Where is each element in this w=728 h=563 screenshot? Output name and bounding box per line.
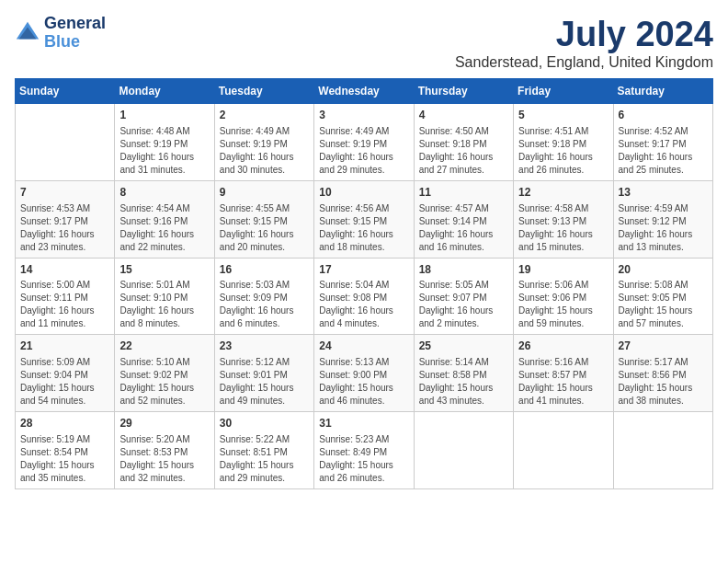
- day-info: Sunrise: 5:20 AMSunset: 8:53 PMDaylight:…: [119, 433, 209, 485]
- calendar-cell: 19Sunrise: 5:06 AMSunset: 9:06 PMDayligh…: [514, 258, 613, 335]
- header-cell-thursday: Thursday: [414, 79, 513, 104]
- day-number: 8: [119, 185, 209, 201]
- calendar-cell: [16, 104, 115, 181]
- day-number: 20: [619, 262, 708, 278]
- day-info: Sunrise: 4:49 AMSunset: 9:19 PMDaylight:…: [220, 125, 309, 177]
- calendar-cell: 24Sunrise: 5:13 AMSunset: 9:00 PMDayligh…: [314, 335, 414, 412]
- calendar-cell: 3Sunrise: 4:49 AMSunset: 9:19 PMDaylight…: [314, 104, 414, 181]
- day-info: Sunrise: 4:53 AMSunset: 9:17 PMDaylight:…: [20, 202, 109, 254]
- calendar-cell: 31Sunrise: 5:23 AMSunset: 8:49 PMDayligh…: [314, 412, 414, 489]
- calendar-cell: [613, 412, 712, 489]
- day-number: 5: [518, 108, 608, 123]
- day-number: 25: [419, 339, 508, 354]
- calendar-cell: [514, 412, 613, 489]
- day-number: 23: [220, 339, 309, 354]
- day-info: Sunrise: 5:03 AMSunset: 9:09 PMDaylight:…: [220, 279, 309, 330]
- day-number: 9: [220, 185, 309, 201]
- day-info: Sunrise: 5:01 AMSunset: 9:10 PMDaylight:…: [119, 279, 209, 330]
- day-info: Sunrise: 4:59 AMSunset: 9:12 PMDaylight:…: [619, 202, 708, 254]
- calendar-week-1: 1Sunrise: 4:48 AMSunset: 9:19 PMDaylight…: [16, 104, 713, 181]
- day-info: Sunrise: 5:22 AMSunset: 8:51 PMDaylight:…: [220, 433, 309, 485]
- calendar-cell: 13Sunrise: 4:59 AMSunset: 9:12 PMDayligh…: [613, 180, 712, 258]
- day-number: 11: [419, 185, 508, 201]
- day-info: Sunrise: 4:50 AMSunset: 9:18 PMDaylight:…: [419, 125, 508, 177]
- calendar-table: SundayMondayTuesdayWednesdayThursdayFrid…: [15, 78, 713, 489]
- header-row: SundayMondayTuesdayWednesdayThursdayFrid…: [16, 79, 713, 104]
- calendar-cell: 26Sunrise: 5:16 AMSunset: 8:57 PMDayligh…: [514, 335, 613, 412]
- day-number: 17: [319, 262, 408, 278]
- calendar-cell: 30Sunrise: 5:22 AMSunset: 8:51 PMDayligh…: [214, 412, 313, 489]
- calendar-cell: 22Sunrise: 5:10 AMSunset: 9:02 PMDayligh…: [115, 335, 214, 412]
- calendar-cell: 20Sunrise: 5:08 AMSunset: 9:05 PMDayligh…: [613, 258, 712, 335]
- calendar-cell: [414, 412, 513, 489]
- day-info: Sunrise: 4:52 AMSunset: 9:17 PMDaylight:…: [619, 125, 708, 177]
- day-info: Sunrise: 5:23 AMSunset: 8:49 PMDaylight:…: [319, 433, 408, 485]
- day-info: Sunrise: 5:12 AMSunset: 9:01 PMDaylight:…: [220, 356, 309, 408]
- day-number: 30: [220, 416, 309, 431]
- calendar-cell: 17Sunrise: 5:04 AMSunset: 9:08 PMDayligh…: [314, 258, 414, 335]
- calendar-cell: 27Sunrise: 5:17 AMSunset: 8:56 PMDayligh…: [613, 335, 712, 412]
- calendar-cell: 15Sunrise: 5:01 AMSunset: 9:10 PMDayligh…: [115, 258, 214, 335]
- calendar-cell: 16Sunrise: 5:03 AMSunset: 9:09 PMDayligh…: [214, 258, 313, 335]
- day-info: Sunrise: 5:16 AMSunset: 8:57 PMDaylight:…: [518, 356, 608, 408]
- calendar-header: SundayMondayTuesdayWednesdayThursdayFrid…: [16, 79, 713, 104]
- day-number: 21: [20, 339, 109, 354]
- header: General Blue July 2024 Sanderstead, Engl…: [15, 15, 713, 71]
- calendar-cell: 11Sunrise: 4:57 AMSunset: 9:14 PMDayligh…: [414, 180, 513, 258]
- calendar-cell: 18Sunrise: 5:05 AMSunset: 9:07 PMDayligh…: [414, 258, 513, 335]
- day-info: Sunrise: 4:55 AMSunset: 9:15 PMDaylight:…: [220, 202, 309, 254]
- day-number: 19: [518, 262, 608, 278]
- day-info: Sunrise: 5:05 AMSunset: 9:07 PMDaylight:…: [419, 279, 508, 330]
- day-number: 16: [220, 262, 309, 278]
- day-number: 3: [319, 108, 408, 123]
- calendar-cell: 4Sunrise: 4:50 AMSunset: 9:18 PMDaylight…: [414, 104, 513, 181]
- calendar-week-3: 14Sunrise: 5:00 AMSunset: 9:11 PMDayligh…: [16, 258, 713, 335]
- day-number: 7: [20, 185, 109, 201]
- day-number: 31: [319, 416, 408, 431]
- logo-line2: Blue: [44, 33, 106, 52]
- day-info: Sunrise: 5:04 AMSunset: 9:08 PMDaylight:…: [319, 279, 408, 330]
- calendar-cell: 28Sunrise: 5:19 AMSunset: 8:54 PMDayligh…: [16, 412, 115, 489]
- calendar-body: 1Sunrise: 4:48 AMSunset: 9:19 PMDaylight…: [16, 104, 713, 489]
- calendar-subtitle: Sanderstead, England, United Kingdom: [455, 54, 713, 71]
- day-info: Sunrise: 4:57 AMSunset: 9:14 PMDaylight:…: [419, 202, 508, 254]
- day-info: Sunrise: 4:49 AMSunset: 9:19 PMDaylight:…: [319, 125, 408, 177]
- day-number: 4: [419, 108, 508, 123]
- day-info: Sunrise: 4:54 AMSunset: 9:16 PMDaylight:…: [119, 202, 209, 254]
- day-number: 14: [20, 262, 109, 278]
- calendar-cell: 10Sunrise: 4:56 AMSunset: 9:15 PMDayligh…: [314, 180, 414, 258]
- header-cell-tuesday: Tuesday: [214, 79, 313, 104]
- calendar-cell: 7Sunrise: 4:53 AMSunset: 9:17 PMDaylight…: [16, 180, 115, 258]
- day-info: Sunrise: 5:09 AMSunset: 9:04 PMDaylight:…: [20, 356, 109, 408]
- day-number: 18: [419, 262, 508, 278]
- calendar-cell: 1Sunrise: 4:48 AMSunset: 9:19 PMDaylight…: [115, 104, 214, 181]
- day-info: Sunrise: 5:06 AMSunset: 9:06 PMDaylight:…: [518, 279, 608, 330]
- calendar-cell: 5Sunrise: 4:51 AMSunset: 9:18 PMDaylight…: [514, 104, 613, 181]
- day-number: 29: [119, 416, 209, 431]
- calendar-week-2: 7Sunrise: 4:53 AMSunset: 9:17 PMDaylight…: [16, 180, 713, 258]
- logo-line1: General: [44, 15, 106, 33]
- day-number: 10: [319, 185, 408, 201]
- day-number: 1: [119, 108, 209, 123]
- calendar-cell: 23Sunrise: 5:12 AMSunset: 9:01 PMDayligh…: [214, 335, 313, 412]
- calendar-cell: 14Sunrise: 5:00 AMSunset: 9:11 PMDayligh…: [16, 258, 115, 335]
- day-info: Sunrise: 4:51 AMSunset: 9:18 PMDaylight:…: [518, 125, 608, 177]
- calendar-cell: 21Sunrise: 5:09 AMSunset: 9:04 PMDayligh…: [16, 335, 115, 412]
- day-number: 2: [220, 108, 309, 123]
- day-info: Sunrise: 5:13 AMSunset: 9:00 PMDaylight:…: [319, 356, 408, 408]
- header-cell-monday: Monday: [115, 79, 214, 104]
- title-area: July 2024 Sanderstead, England, United K…: [455, 15, 713, 71]
- day-number: 6: [619, 108, 708, 123]
- calendar-week-5: 28Sunrise: 5:19 AMSunset: 8:54 PMDayligh…: [16, 412, 713, 489]
- calendar-cell: 8Sunrise: 4:54 AMSunset: 9:16 PMDaylight…: [115, 180, 214, 258]
- day-info: Sunrise: 5:08 AMSunset: 9:05 PMDaylight:…: [619, 279, 708, 330]
- day-number: 13: [619, 185, 708, 201]
- day-info: Sunrise: 4:48 AMSunset: 9:19 PMDaylight:…: [119, 125, 209, 177]
- day-number: 12: [518, 185, 608, 201]
- logo-icon: [15, 20, 40, 46]
- calendar-cell: 12Sunrise: 4:58 AMSunset: 9:13 PMDayligh…: [514, 180, 613, 258]
- day-info: Sunrise: 5:17 AMSunset: 8:56 PMDaylight:…: [619, 356, 708, 408]
- day-info: Sunrise: 4:58 AMSunset: 9:13 PMDaylight:…: [518, 202, 608, 254]
- day-number: 27: [619, 339, 708, 354]
- day-number: 15: [119, 262, 209, 278]
